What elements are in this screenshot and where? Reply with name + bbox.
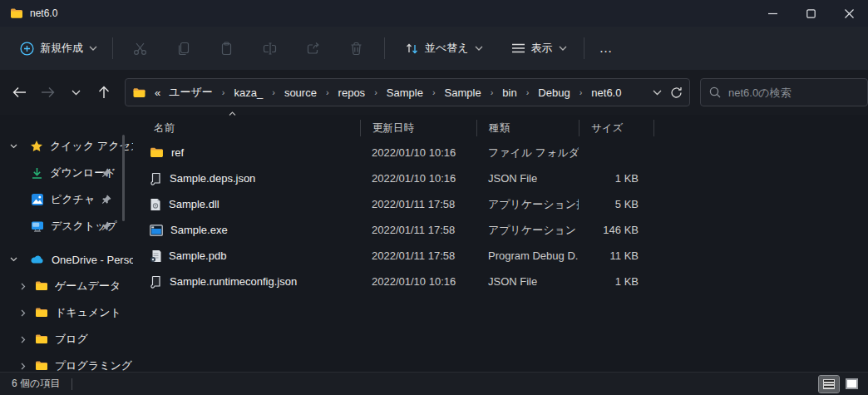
details-view-button[interactable]	[819, 376, 839, 393]
chevron-down-icon	[475, 46, 483, 51]
statusbar-divider	[72, 378, 72, 390]
sidebar-item-game-data[interactable]: ゲームデータ	[0, 273, 133, 299]
chevron-down-icon[interactable]	[8, 144, 18, 149]
view-button[interactable]: 表示	[503, 35, 575, 62]
file-row[interactable]: Sample.pdb 2022/01/11 17:58 Program Debu…	[133, 243, 868, 269]
share-button[interactable]	[296, 33, 329, 63]
large-icons-view-button[interactable]	[841, 376, 861, 393]
chevron-right-icon[interactable]	[18, 283, 28, 290]
breadcrumb-segment[interactable]: source	[280, 84, 321, 101]
chevron-right-icon[interactable]	[18, 336, 28, 343]
large-icons-view-icon	[846, 378, 858, 389]
toolbar-separator	[384, 37, 385, 59]
file-row[interactable]: Sample.exe 2022/01/11 17:58 アプリケーション 146…	[133, 217, 868, 243]
file-name: Sample.exe	[170, 224, 228, 236]
breadcrumb-segment[interactable]: repos	[334, 84, 370, 101]
titlebar-app-id: net6.0	[0, 7, 753, 20]
breadcrumb: « ユーザー › kaza_ › source › repos › Sample…	[152, 82, 647, 102]
sidebar-item-label: ドキュメント	[55, 305, 121, 320]
breadcrumb-segment[interactable]: Debug	[534, 84, 574, 101]
sidebar-item-onedrive[interactable]: OneDrive - Perso	[0, 246, 133, 273]
pin-icon	[101, 195, 111, 205]
address-bar[interactable]: « ユーザー › kaza_ › source › repos › Sample…	[125, 78, 690, 106]
sidebar-item-blog[interactable]: ブログ	[0, 326, 133, 353]
sidebar-item-programming[interactable]: プログラミング	[0, 353, 133, 379]
sidebar-item-pictures[interactable]: ピクチャ	[0, 186, 133, 213]
breadcrumb-segment[interactable]: Sample	[441, 84, 486, 101]
titlebar: net6.0	[0, 0, 868, 27]
more-options-button[interactable]: …	[589, 41, 624, 56]
address-dropdown-chevron-icon[interactable]	[653, 90, 662, 96]
column-header-name[interactable]: 名前	[133, 120, 360, 136]
rename-button[interactable]	[253, 33, 286, 63]
folder-icon	[35, 307, 48, 318]
file-type: ファイル フォルダー	[476, 146, 579, 160]
sort-button[interactable]: 並べ替え	[397, 35, 491, 62]
delete-button[interactable]	[339, 33, 372, 63]
sidebar-scrollbar[interactable]	[122, 135, 125, 221]
new-button[interactable]: 新規作成	[12, 35, 106, 62]
paste-button[interactable]	[210, 33, 243, 63]
close-button[interactable]	[830, 0, 868, 27]
breadcrumb-separator-icon: ›	[429, 87, 439, 97]
breadcrumb-collapsed[interactable]: «	[152, 86, 163, 99]
breadcrumb-segment[interactable]: ユーザー	[165, 82, 217, 102]
file-row[interactable]: Sample.runtimeconfig.json 2022/01/10 10:…	[133, 269, 868, 294]
file-name: ref	[171, 146, 184, 159]
breadcrumb-segment[interactable]: net6.0	[587, 84, 625, 101]
file-explorer-window: net6.0 新規作成	[0, 0, 868, 395]
search-box[interactable]	[700, 78, 868, 106]
file-type: Program Debug D...	[476, 249, 579, 262]
folder-icon	[35, 280, 48, 292]
pin-icon	[101, 168, 111, 178]
sidebar-item-desktop[interactable]: デスクトップ	[0, 213, 133, 239]
up-button[interactable]	[90, 78, 118, 106]
pin-icon	[101, 221, 111, 231]
new-button-label: 新規作成	[40, 41, 83, 56]
json-file-icon	[150, 275, 162, 289]
sort-button-label: 並べ替え	[425, 41, 469, 56]
breadcrumb-separator-icon: ›	[487, 87, 497, 97]
breadcrumb-separator-icon: ›	[219, 87, 229, 97]
file-date: 2022/01/10 10:16	[360, 172, 476, 185]
refresh-icon[interactable]	[670, 86, 683, 99]
file-row[interactable]: Sample.dll 2022/01/11 17:58 アプリケーション拡張 5…	[133, 191, 868, 217]
toolbar-separator	[584, 37, 584, 59]
back-button[interactable]	[5, 78, 33, 106]
chevron-right-icon[interactable]	[18, 363, 28, 370]
file-row[interactable]: Sample.deps.json 2022/01/10 10:16 JSON F…	[133, 165, 868, 191]
file-date: 2022/01/10 10:16	[360, 275, 476, 288]
search-input[interactable]	[728, 86, 853, 99]
column-header-label: サイズ	[591, 121, 623, 136]
breadcrumb-segment[interactable]: kaza_	[230, 84, 268, 101]
maximize-button[interactable]	[792, 0, 830, 27]
file-size: 146 KB	[579, 224, 653, 236]
breadcrumb-segment[interactable]: bin	[498, 84, 520, 101]
file-date: 2022/01/11 17:58	[360, 249, 476, 262]
file-row[interactable]: ref 2022/01/10 10:16 ファイル フォルダー	[133, 140, 868, 165]
sidebar-item-downloads[interactable]: ダウンロード	[0, 160, 133, 186]
sidebar-item-quick-access[interactable]: クイック アクセス	[0, 133, 133, 160]
column-header-type[interactable]: 種類	[476, 120, 579, 136]
file-date: 2022/01/11 17:58	[360, 198, 476, 210]
column-header-size[interactable]: サイズ	[579, 120, 653, 136]
chevron-down-icon[interactable]	[8, 257, 18, 262]
recent-locations-button[interactable]	[62, 78, 90, 106]
sidebar-item-documents[interactable]: ドキュメント	[0, 299, 133, 326]
desktop-icon	[31, 220, 44, 233]
cut-button[interactable]	[123, 33, 156, 63]
column-header-date[interactable]: 更新日時	[360, 120, 476, 136]
folder-icon	[132, 86, 146, 99]
window-title: net6.0	[30, 7, 57, 19]
minimize-button[interactable]	[753, 0, 792, 27]
chevron-right-icon[interactable]	[18, 309, 28, 317]
breadcrumb-separator-icon: ›	[523, 87, 533, 97]
star-icon	[30, 140, 43, 153]
exe-file-icon	[150, 225, 163, 236]
column-headers: 名前 更新日時 種類 サイズ	[133, 116, 868, 140]
folder-icon	[35, 333, 48, 345]
forward-button[interactable]	[33, 78, 62, 106]
breadcrumb-segment[interactable]: Sample	[382, 84, 427, 101]
json-file-icon	[150, 172, 162, 185]
copy-button[interactable]	[166, 33, 200, 63]
